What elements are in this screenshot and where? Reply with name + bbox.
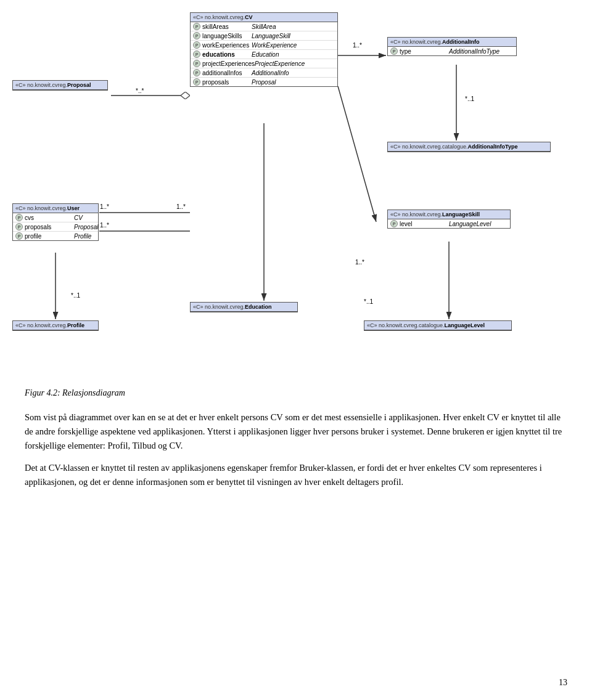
uml-header-education: «C» no.knowit.cvreg.Education (191, 303, 297, 312)
prop-type: WorkExperience (252, 42, 297, 49)
uml-header-additionalinfo: «C» no.knowit.cvreg.AdditionalInfo (388, 38, 516, 47)
stereotype: «C» no.knowit.cvreg.catalogue. (390, 144, 468, 150)
uml-row-additionalInfos: PadditionalInfos AdditionalInfo (191, 68, 337, 78)
classname: AdditionalInfo (442, 39, 480, 45)
classname: Proposal (67, 82, 91, 88)
uml-header-cv: «C» no.knowit.cvreg.CV (191, 13, 337, 22)
stereotype: «C» no.knowit.cvreg. (390, 211, 442, 218)
classname: CV (245, 14, 253, 20)
paragraph-1: Som vist på diagrammet over kan en se at… (25, 410, 567, 454)
prop-icon: P (193, 32, 200, 39)
prop-type: Education (252, 51, 279, 58)
prop-icon: P (390, 220, 398, 227)
stereotype: «C» no.knowit.cvreg. (15, 205, 67, 211)
uml-box-additionalinfotype: «C» no.knowit.cvreg.catalogue.Additional… (387, 142, 551, 152)
uml-header-profile: «C» no.knowit.cvreg.Profile (13, 321, 98, 330)
page-number: 13 (559, 678, 567, 688)
prop-name: projectExperiences (202, 60, 255, 67)
figure-caption: Figur 4.2: Relasjonsdiagram (25, 388, 567, 398)
prop-name: languageSkills (202, 33, 252, 39)
uml-header-proposal: «C» no.knowit.cvreg.Proposal (13, 81, 107, 90)
uml-box-cv: «C» no.knowit.cvreg.CVPskillAreas SkillA… (190, 12, 338, 87)
uml-box-languagelevel: «C» no.knowit.cvreg.catalogue.LanguageLe… (364, 320, 512, 331)
multiplicity-5: 1..* (100, 222, 109, 229)
prop-icon: P (193, 51, 200, 58)
prop-name: cvs (25, 214, 74, 221)
uml-row-educations: Peducations Education (191, 50, 337, 59)
uml-row-workExperiences: PworkExperiences WorkExperience (191, 41, 337, 50)
prop-type: ProjectExperience (255, 60, 305, 67)
prop-icon: P (390, 47, 398, 55)
prop-type: Profile (74, 233, 91, 240)
uml-row-languageSkills: PlanguageSkills LanguageSkill (191, 31, 337, 41)
prop-type: CV (74, 214, 83, 221)
uml-row-level: Plevel LanguageLevel (388, 219, 510, 228)
multiplicity-4b: 1..* (176, 203, 186, 210)
prop-icon: P (15, 214, 23, 221)
classname: LanguageSkill (442, 211, 480, 218)
prop-name: educations (202, 51, 252, 58)
stereotype: «C» no.knowit.cvreg. (15, 82, 67, 88)
prop-name: proposals (202, 79, 252, 86)
multiplicity-8: *..1 (364, 298, 373, 305)
uml-box-proposal: «C» no.knowit.cvreg.Proposal (12, 80, 108, 91)
uml-header-languagelevel: «C» no.knowit.cvreg.catalogue.LanguageLe… (364, 321, 511, 330)
multiplicity-7: *..1 (71, 292, 80, 299)
stereotype: «C» no.knowit.cvreg. (193, 14, 245, 20)
uml-header-user: «C» no.knowit.cvreg.User (13, 204, 98, 213)
prop-name: level (400, 221, 449, 227)
prop-type: Proposal (252, 79, 276, 86)
prop-type: AdditionalInfoType (449, 48, 500, 55)
classname: User (67, 205, 80, 211)
uml-row-profile: Pprofile Profile (13, 232, 98, 240)
paragraph-2: Det at CV-klassen er knyttet til resten … (25, 461, 567, 489)
prop-name: workExperiences (202, 42, 252, 49)
multiplicity-3: *..1 (465, 96, 474, 102)
uml-row-skillAreas: PskillAreas SkillArea (191, 22, 337, 31)
prop-icon: P (193, 23, 200, 30)
uml-row-proposals: Pproposals Proposal (13, 222, 98, 232)
text-content: Figur 4.2: Relasjonsdiagram Som vist på … (0, 376, 592, 521)
prop-type: AdditionalInfo (252, 70, 289, 76)
multiplicity-4: 1..* (100, 203, 109, 210)
prop-type: Proposal (74, 224, 98, 230)
prop-icon: P (15, 232, 23, 240)
uml-header-languageskill: «C» no.knowit.cvreg.LanguageSkill (388, 210, 510, 219)
classname: LanguageLevel (445, 322, 485, 328)
stereotype: «C» no.knowit.cvreg. (15, 322, 67, 328)
prop-type: SkillArea (252, 23, 276, 30)
prop-icon: P (193, 69, 200, 76)
uml-header-additionalinfotype: «C» no.knowit.cvreg.catalogue.Additional… (388, 142, 550, 152)
uml-row-type: Ptype AdditionalInfoType (388, 47, 516, 55)
prop-name: type (400, 48, 449, 55)
uml-box-additionalinfo: «C» no.knowit.cvreg.AdditionalInfoPtype … (387, 37, 517, 56)
uml-box-languageskill: «C» no.knowit.cvreg.LanguageSkillPlevel … (387, 210, 511, 229)
classname: Education (245, 304, 272, 310)
stereotype: «C» no.knowit.cvreg. (390, 39, 442, 45)
uml-row-proposals: Pproposals Proposal (191, 78, 337, 86)
uml-box-user: «C» no.knowit.cvreg.UserPcvs CVPproposal… (12, 203, 99, 241)
prop-name: proposals (25, 224, 74, 230)
diagram-area: 1..* *..* *..1 1..* 1..* 1..* 1..* *..1 … (0, 0, 592, 370)
body-text: Som vist på diagrammet over kan en se at… (25, 410, 567, 489)
prop-name: skillAreas (202, 23, 252, 30)
uml-row-projectExperiences: PprojectExperiences ProjectExperience (191, 59, 337, 68)
svg-line-6 (338, 86, 376, 222)
stereotype: «C» no.knowit.cvreg. (193, 304, 245, 310)
stereotype: «C» no.knowit.cvreg.catalogue. (367, 322, 445, 328)
prop-name: profile (25, 233, 74, 240)
uml-box-education: «C» no.knowit.cvreg.Education (190, 302, 298, 312)
prop-type: LanguageSkill (252, 33, 290, 39)
prop-type: LanguageLevel (449, 221, 491, 227)
prop-icon: P (193, 78, 200, 86)
uml-box-profile: «C» no.knowit.cvreg.Profile (12, 320, 99, 331)
uml-row-cvs: Pcvs CV (13, 213, 98, 222)
prop-icon: P (15, 223, 23, 230)
classname: Profile (67, 322, 84, 328)
classname: AdditionalInfoType (468, 144, 518, 150)
multiplicity-6: 1..* (355, 259, 364, 266)
multiplicity-1: 1..* (353, 42, 362, 49)
prop-name: additionalInfos (202, 70, 252, 76)
prop-icon: P (193, 41, 200, 49)
prop-icon: P (193, 60, 200, 67)
